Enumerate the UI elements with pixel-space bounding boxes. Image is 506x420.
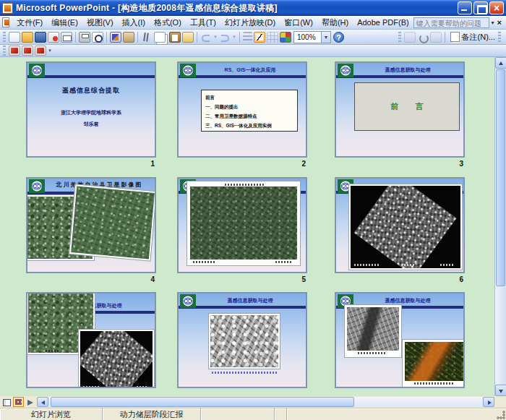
slide-thumbnail-5[interactable] xyxy=(177,177,307,273)
save-icon[interactable] xyxy=(35,32,46,43)
toolbar-grip[interactable] xyxy=(3,46,6,56)
slide9-title: 遥感信息获取与处理 xyxy=(355,297,460,304)
vertical-scrollbar[interactable] xyxy=(494,57,506,396)
grid-icon[interactable] xyxy=(267,32,278,43)
slide-sorter-pane: 遥感信息综合提取 浙江大学理学院地球科学系 邹乐君 1 RS、GIS一体化及应用… xyxy=(0,57,494,396)
maximize-button[interactable] xyxy=(473,1,488,14)
satellite-image xyxy=(349,184,462,270)
chevron-down-icon[interactable]: ▾ xyxy=(489,20,495,26)
email-icon[interactable] xyxy=(61,32,72,43)
zoom-dropdown-icon[interactable]: ▼ xyxy=(321,32,330,43)
slide1-title: 遥感信息综合提取 xyxy=(27,86,155,95)
menu-tools[interactable]: 工具(T) xyxy=(186,16,220,30)
color-scheme-icon[interactable] xyxy=(280,32,291,43)
slide-thumbnail-1[interactable]: 遥感信息综合提取 浙江大学理学院地球科学系 邹乐君 xyxy=(26,61,156,158)
convert-and-email-icon[interactable] xyxy=(22,46,33,56)
menu-file[interactable]: 文件(F) xyxy=(12,16,47,30)
format-painter-icon[interactable] xyxy=(182,32,194,43)
slide-thumbnail-2[interactable]: RS、GIS一体化及应用 前言 一、问题的提出 二、常用卫星数据源特点 三、RS… xyxy=(177,61,307,158)
paste-icon[interactable] xyxy=(169,32,181,43)
new-icon[interactable] xyxy=(9,32,20,43)
university-logo-icon xyxy=(180,294,196,308)
spelling-icon[interactable] xyxy=(110,32,121,43)
toolbar-options-icon[interactable]: ▾ xyxy=(47,48,53,53)
slideshow-view-button[interactable] xyxy=(25,397,36,407)
slide-number: 1 xyxy=(143,160,155,168)
image-caption xyxy=(212,372,277,374)
slide-thumbnail-3[interactable]: 遥感信息获取与处理 前 言 xyxy=(335,61,465,158)
revisions-icon[interactable] xyxy=(417,32,429,43)
status-cell xyxy=(287,408,506,420)
slide-number: 4 xyxy=(143,275,155,283)
slide-number: 6 xyxy=(452,275,463,283)
undo-icon[interactable] xyxy=(200,32,212,43)
slide3-title: 遥感信息获取与处理 xyxy=(355,67,460,74)
help-search-input[interactable]: 键入需要帮助的问题 xyxy=(413,17,490,28)
template-name-status: 动力储层阶段汇报 xyxy=(103,408,201,420)
scroll-down-icon[interactable] xyxy=(495,385,506,396)
slide-number: 5 xyxy=(294,275,306,283)
horizontal-scrollbar-row xyxy=(0,396,494,408)
notes-icon xyxy=(450,32,460,42)
expand-all-icon[interactable] xyxy=(243,32,252,43)
permission-icon[interactable] xyxy=(48,32,59,43)
toolbar-grip[interactable] xyxy=(498,32,501,42)
copy-icon[interactable] xyxy=(154,32,166,43)
undo-dropdown-icon[interactable]: ▾ xyxy=(213,34,218,40)
scroll-up-icon[interactable] xyxy=(495,57,506,69)
menu-format[interactable]: 格式(O) xyxy=(150,16,186,30)
menu-help[interactable]: 帮助(H) xyxy=(317,16,353,30)
menu-edit[interactable]: 编辑(E) xyxy=(47,16,82,30)
slide1-author: 邹乐君 xyxy=(27,121,155,128)
horizontal-scrollbar-thumb[interactable] xyxy=(51,397,354,407)
redo-dropdown-icon[interactable]: ▾ xyxy=(231,34,237,40)
open-icon[interactable] xyxy=(22,32,33,43)
slide-thumbnail-9[interactable]: 遥感信息获取与处理 xyxy=(335,292,465,388)
close-button[interactable] xyxy=(489,1,504,14)
menu-insert[interactable]: 插入(I) xyxy=(118,16,150,30)
reviewing-icon[interactable] xyxy=(430,32,442,43)
slide-thumbnail-6[interactable] xyxy=(335,177,465,273)
show-formatting-icon[interactable] xyxy=(254,32,265,43)
minimize-button[interactable] xyxy=(458,1,472,14)
toolbar-grip[interactable] xyxy=(398,32,401,42)
slide-thumbnail-4[interactable]: 北川羌族自治县卫星影像图 xyxy=(26,177,156,273)
satellite-image xyxy=(345,305,401,357)
research-icon[interactable] xyxy=(123,32,134,43)
horizontal-scrollbar-track[interactable] xyxy=(49,397,482,407)
slide-number: 2 xyxy=(294,160,306,168)
menu-window[interactable]: 窗口(W) xyxy=(280,16,317,30)
scroll-right-icon[interactable] xyxy=(483,397,494,407)
menu-bar: 文件(F) 编辑(E) 视图(V) 插入(I) 格式(O) 工具(T) 幻灯片放… xyxy=(0,16,506,30)
menu-adobe-pdf[interactable]: Adobe PDF(B) xyxy=(353,17,413,28)
scroll-left-icon[interactable] xyxy=(37,397,48,407)
slide-sorter-view-button[interactable] xyxy=(13,397,24,407)
slide8-title: 遥感信息获取与处理 xyxy=(197,297,303,304)
status-cell xyxy=(201,408,275,420)
print-icon[interactable] xyxy=(79,32,90,43)
convert-to-pdf-icon[interactable] xyxy=(9,46,20,56)
toolbar-grip[interactable] xyxy=(3,32,6,42)
normal-view-button[interactable] xyxy=(1,397,12,407)
convert-and-review-icon[interactable] xyxy=(35,46,46,56)
status-cell xyxy=(275,408,287,420)
redo-icon[interactable] xyxy=(219,32,231,43)
university-logo-icon xyxy=(29,179,45,193)
zoom-combobox[interactable]: 100% ▼ xyxy=(293,31,331,43)
slide-thumbnail-7[interactable]: 遥感信息获取与处理 xyxy=(26,292,156,388)
notes-button[interactable]: 备注(N)... xyxy=(447,30,498,43)
slide-thumbnail-8[interactable]: 遥感信息获取与处理 xyxy=(177,292,307,388)
cut-icon[interactable] xyxy=(141,32,153,43)
pdf-toolbar: ▾ xyxy=(0,45,506,57)
menu-slideshow[interactable]: 幻灯片放映(D) xyxy=(220,16,280,30)
menu-view[interactable]: 视图(V) xyxy=(82,16,118,30)
help-icon[interactable] xyxy=(333,32,344,43)
close-menu-icon[interactable]: × xyxy=(496,18,503,27)
vertical-scrollbar-thumb[interactable] xyxy=(496,69,505,286)
standard-toolbar: ▾ ▾ 100% ▼ 备注(N)... xyxy=(0,30,506,45)
markup-icon[interactable] xyxy=(404,32,416,43)
slide3-content-box: 前 言 xyxy=(354,82,460,131)
satellite-image xyxy=(79,330,154,388)
resize-grip[interactable] xyxy=(497,411,505,419)
print-preview-icon[interactable] xyxy=(92,32,103,43)
